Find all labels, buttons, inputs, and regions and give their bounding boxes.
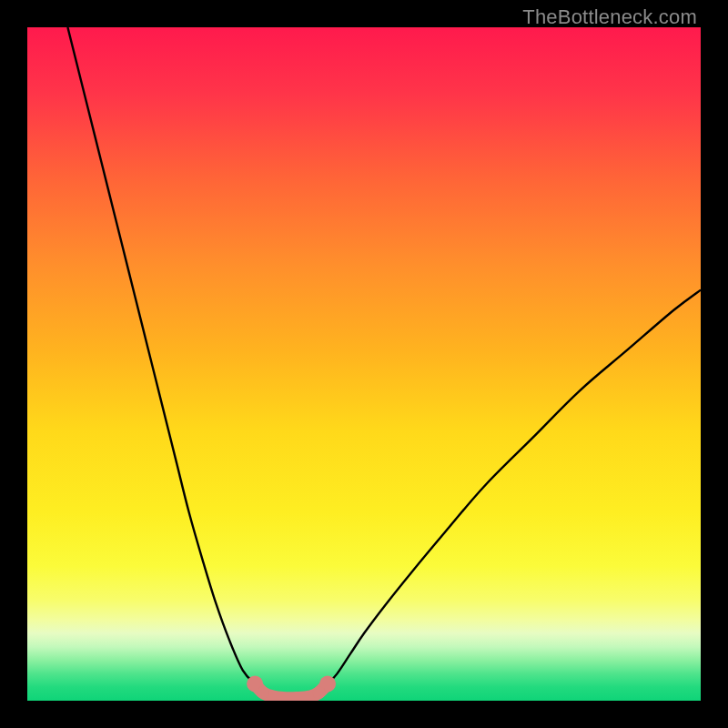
watermark-text: TheBottleneck.com — [522, 5, 697, 29]
chart-background — [27, 27, 701, 701]
chart-frame — [27, 27, 701, 701]
chart-plot — [27, 27, 701, 701]
optimal-band-dot — [257, 686, 269, 699]
optimal-band-dot — [312, 686, 325, 699]
